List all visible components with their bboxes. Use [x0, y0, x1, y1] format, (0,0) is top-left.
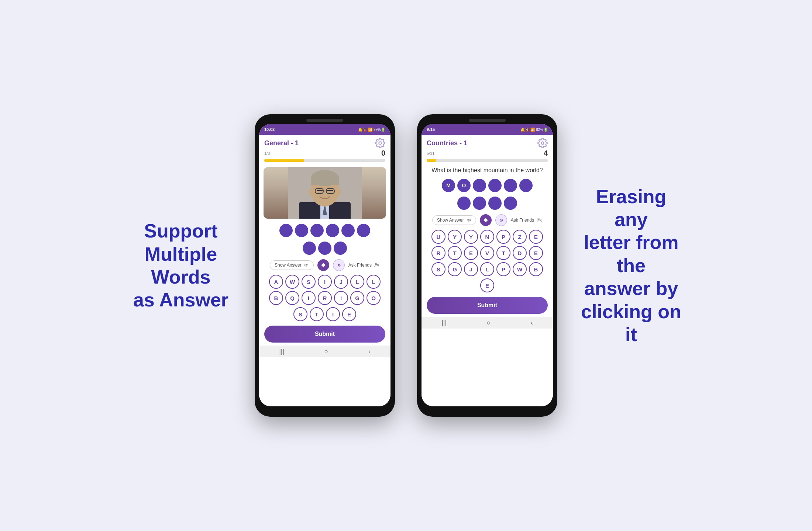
phone2-dot-M[interactable]: M: [442, 179, 455, 192]
phone1-gear-icon[interactable]: [375, 138, 385, 148]
phone1-letter-I4[interactable]: I: [326, 307, 340, 321]
phone2-letter-Y1[interactable]: Y: [448, 230, 462, 244]
svg-point-21: [541, 142, 544, 145]
phone2-nav-menu-icon[interactable]: |||: [441, 319, 447, 327]
phone2-hint-btn[interactable]: [480, 214, 492, 226]
phone2-quiz-title: Countries - 1: [427, 139, 467, 147]
phone2-show-answer-btn[interactable]: Show Answer: [432, 215, 476, 225]
phone1-letter-T[interactable]: T: [310, 307, 324, 321]
phone1-dot-9[interactable]: [334, 242, 347, 255]
phone2-nav-home-icon[interactable]: ○: [487, 319, 491, 327]
phone2-letter-E4[interactable]: E: [480, 278, 494, 292]
phone1-letter-G[interactable]: G: [350, 291, 364, 305]
phone1-letter-L2[interactable]: L: [367, 275, 381, 289]
phone2-question-text-content: What is the highest mountain in the worl…: [431, 167, 543, 173]
phone1-status-icons: 🔔🔇 📶 99%🔋: [358, 128, 385, 132]
phone1-hint-btn[interactable]: [317, 259, 329, 271]
phone1-dot-5[interactable]: [341, 224, 355, 237]
phone1-letter-B[interactable]: B: [269, 291, 283, 305]
phone2-letter-B[interactable]: B: [529, 262, 543, 276]
phone2-letter-P2[interactable]: P: [496, 262, 510, 276]
phone1-nav-menu-icon[interactable]: |||: [279, 348, 284, 355]
phone2-progress-fill: [427, 159, 436, 162]
phone1-letter-I1[interactable]: I: [318, 275, 332, 289]
phone1-dot-2[interactable]: [295, 224, 308, 237]
phone1-letter-E[interactable]: E: [342, 307, 356, 321]
phone2-letter-V[interactable]: V: [480, 246, 494, 260]
phone1-letter-L1[interactable]: L: [350, 275, 364, 289]
phone2-letter-D[interactable]: D: [513, 246, 527, 260]
phone1-progress-label: 1/3: [264, 151, 270, 156]
phone1-ask-friends-btn[interactable]: Ask Friends: [348, 262, 380, 268]
left-label-line2: Multiple Words: [145, 243, 217, 288]
phone1-letter-W[interactable]: W: [285, 275, 299, 289]
phone1-dot-7[interactable]: [303, 242, 316, 255]
phone2-dot-9[interactable]: [488, 197, 502, 210]
phone1-dot-3[interactable]: [310, 224, 324, 237]
phone2-letter-E3[interactable]: E: [529, 246, 543, 260]
phone2-question-text: What is the highest mountain in the worl…: [422, 164, 553, 177]
phone1-dot-4[interactable]: [326, 224, 339, 237]
phone2-letter-J[interactable]: J: [464, 262, 478, 276]
phone2-letter-P[interactable]: P: [496, 230, 510, 244]
phone1-dot-8[interactable]: [318, 242, 331, 255]
phone2-gear-icon[interactable]: [537, 138, 548, 148]
phone2-dot-row1: M O: [442, 179, 533, 192]
phone2-dot-O[interactable]: O: [457, 179, 471, 192]
phone2-dot-4[interactable]: [488, 179, 502, 192]
right-label-line3: answer by: [584, 278, 678, 299]
phone2-letter-E2[interactable]: E: [464, 246, 478, 260]
phone1-letter-R[interactable]: R: [318, 291, 332, 305]
phone2-letter-T2[interactable]: T: [496, 246, 510, 260]
phone2-letter-L[interactable]: L: [480, 262, 494, 276]
phone1-letter-Q[interactable]: Q: [285, 291, 299, 305]
phone2-skip-btn[interactable]: [495, 214, 507, 226]
phone2-nav-back-icon[interactable]: ‹: [531, 319, 533, 327]
phone1-diamond-icon: [321, 263, 326, 268]
phone1-letter-I3[interactable]: I: [334, 291, 348, 305]
phone2-letter-S[interactable]: S: [431, 262, 445, 276]
right-label-line1: Erasing any: [596, 186, 667, 230]
phone1-dot-1[interactable]: [279, 224, 293, 237]
phone1-skip-btn[interactable]: [333, 259, 345, 271]
phone1-dot-6[interactable]: [357, 224, 370, 237]
phone1-dot-row2: [303, 242, 347, 255]
phone2-dot-10[interactable]: [504, 197, 517, 210]
phone1-nav-back-icon[interactable]: ‹: [368, 348, 371, 355]
phone2-letter-R[interactable]: R: [431, 246, 445, 260]
phone2-letter-T1[interactable]: T: [448, 246, 462, 260]
phone1-submit-btn[interactable]: Submit: [264, 326, 385, 343]
phone2-ask-friends-btn[interactable]: Ask Friends: [511, 217, 542, 223]
phone1-letter-S[interactable]: S: [302, 275, 316, 289]
phone1-letter-O[interactable]: O: [367, 291, 381, 305]
phone1-question-image: [264, 167, 386, 219]
phone2-status-icons: 🔔🔇 📶 82%🔋: [520, 128, 548, 132]
phone2-dot-6[interactable]: [519, 179, 533, 192]
phone2-dot-7[interactable]: [457, 197, 471, 210]
phone2-letter-Z[interactable]: Z: [513, 230, 527, 244]
phone1-controls: Show Answer Ask Friends: [259, 257, 390, 273]
phone1-letter-S2[interactable]: S: [293, 307, 307, 321]
phone2-letter-E1[interactable]: E: [529, 230, 543, 244]
phone1-score: 0: [381, 149, 385, 157]
phone2-letter-Y2[interactable]: Y: [464, 230, 478, 244]
phone2-dot-3[interactable]: [473, 179, 486, 192]
svg-point-15: [337, 189, 341, 195]
phone1-nav-home-icon[interactable]: ○: [324, 348, 328, 355]
phone2-time: 9:15: [427, 127, 435, 132]
phone2-dot-5[interactable]: [504, 179, 517, 192]
phone1-show-answer-label: Show Answer: [275, 263, 302, 268]
phone1-letter-I2[interactable]: I: [302, 291, 316, 305]
phone1-letter-A[interactable]: A: [269, 275, 283, 289]
svg-point-17: [306, 264, 307, 266]
phone1-letter-J[interactable]: J: [334, 275, 348, 289]
phone1-show-answer-btn[interactable]: Show Answer: [270, 260, 314, 270]
phone2-submit-btn[interactable]: Submit: [427, 297, 548, 314]
left-label-line3: as Answer: [133, 289, 228, 310]
phone2-letter-W[interactable]: W: [513, 262, 527, 276]
phone2-letter-G[interactable]: G: [448, 262, 462, 276]
phone2-letter-U[interactable]: U: [431, 230, 445, 244]
phone2-dot-8[interactable]: [473, 197, 486, 210]
phone2-letter-N[interactable]: N: [480, 230, 494, 244]
phone1-answer-dots: [259, 222, 390, 257]
